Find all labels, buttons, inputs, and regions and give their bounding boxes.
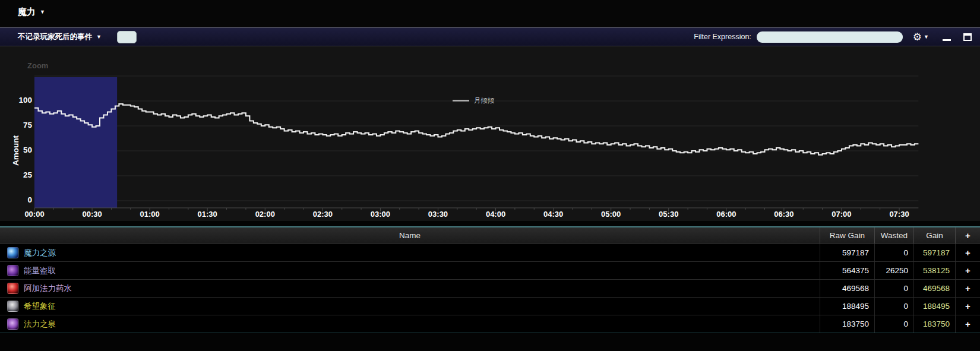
wasted-cell: 26250 [874, 262, 913, 279]
raw-gain-cell: 183750 [820, 315, 874, 333]
wasted-cell: 0 [874, 298, 913, 315]
raw-gain-cell: 597187 [820, 244, 874, 261]
raw-gain-column-header[interactable]: Raw Gain [820, 227, 874, 244]
x-tick-label: 02:30 [304, 210, 341, 219]
spell-name-link[interactable]: 希望象征 [24, 301, 56, 312]
gain-cell: 183750 [913, 315, 955, 333]
mana-spring-icon [7, 318, 18, 330]
name-cell: 阿加法力药水 [0, 280, 820, 297]
gain-cell: 188495 [913, 298, 955, 315]
name-cell: 魔力之源 [0, 244, 820, 261]
name-column-header[interactable]: Name [0, 227, 820, 244]
table-row: 阿加法力药水4695680469568+ [0, 279, 980, 297]
wasted-column-header[interactable]: Wasted [874, 227, 913, 244]
y-tick-label: 25 [2, 170, 32, 179]
name-cell: 希望象征 [0, 298, 820, 315]
gain-cell: 597187 [913, 244, 955, 261]
gain-cell: 538125 [913, 262, 955, 279]
spell-name-link[interactable]: 阿加法力药水 [24, 283, 72, 294]
table-row: 能量盗取56437526250538125+ [0, 261, 980, 279]
x-tick-label: 07:00 [823, 210, 860, 219]
y-tick-label: 100 [2, 96, 32, 105]
mana-gem-icon [7, 247, 18, 258]
table-body: 魔力之源5971870597187+能量盗取56437526250538125+… [0, 244, 980, 333]
siphon-energy-icon [7, 265, 18, 276]
gain-cell: 469568 [913, 280, 955, 297]
x-tick-label: 04:00 [478, 210, 514, 219]
app-window: 魔力 ▼ 不记录玩家死后的事件 ▼ Filter Expression: ⚙ ▼… [0, 0, 980, 351]
x-tick-label: 01:00 [131, 210, 168, 219]
raw-gain-cell: 564375 [820, 262, 874, 279]
expand-row-button[interactable]: + [955, 298, 980, 315]
spell-name-link[interactable]: 魔力之源 [24, 248, 56, 258]
y-tick-label: 50 [2, 146, 32, 154]
x-tick-label: 06:00 [708, 210, 745, 219]
spell-name-link[interactable]: 能量盗取 [24, 265, 56, 276]
expand-row-button[interactable]: + [955, 280, 980, 297]
raw-gain-cell: 188495 [820, 298, 874, 315]
symbol-of-hope-icon [7, 301, 18, 312]
x-tick-label: 00:30 [74, 210, 110, 219]
table-row: 魔力之源5971870597187+ [0, 244, 980, 261]
gain-column-header[interactable]: Gain [913, 227, 955, 244]
x-tick-label: 04:30 [535, 210, 572, 219]
expand-row-button[interactable]: + [955, 315, 980, 333]
resource-gains-table: Name Raw Gain Wasted Gain + 魔力之源59718705… [0, 226, 980, 333]
x-tick-label: 01:30 [189, 210, 226, 219]
table-header-row: Name Raw Gain Wasted Gain + [0, 227, 980, 244]
raw-gain-cell: 469568 [820, 280, 874, 297]
x-tick-label: 05:00 [593, 210, 630, 219]
x-tick-label: 02:00 [246, 210, 283, 219]
x-tick-label: 03:00 [362, 210, 399, 219]
wasted-cell: 0 [874, 244, 913, 261]
wasted-cell: 0 [874, 280, 913, 297]
x-tick-label: 05:30 [650, 210, 687, 219]
x-tick-label: 07:30 [881, 210, 918, 219]
expand-row-button[interactable]: + [955, 262, 980, 279]
spell-name-link[interactable]: 法力之泉 [24, 319, 56, 330]
add-column-button[interactable]: + [955, 227, 980, 244]
y-tick-label: 75 [2, 121, 32, 129]
name-cell: 法力之泉 [0, 315, 820, 333]
mana-potion-icon [7, 283, 18, 294]
x-tick-label: 03:30 [419, 210, 456, 219]
y-tick-label: 0 [2, 195, 32, 204]
name-cell: 能量盗取 [0, 262, 820, 279]
expand-row-button[interactable]: + [955, 244, 980, 261]
wasted-cell: 0 [874, 315, 913, 333]
x-tick-label: 00:00 [16, 210, 53, 219]
x-tick-label: 06:30 [766, 210, 802, 219]
table-row: 希望象征1884950188495+ [0, 297, 980, 315]
table-row: 法力之泉1837500183750+ [0, 315, 980, 333]
